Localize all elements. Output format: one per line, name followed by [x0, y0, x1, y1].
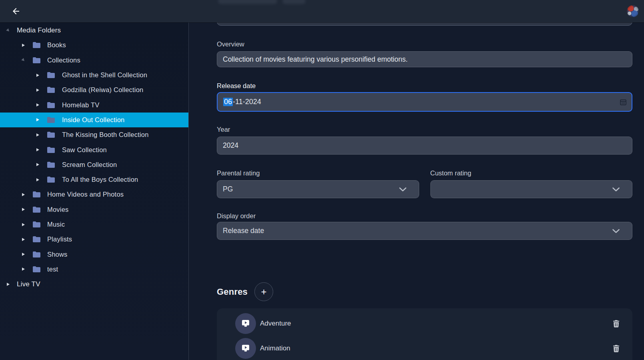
genres-list: Adventure Animation — [217, 308, 632, 360]
sidebar-item-homelab-tv[interactable]: Homelab TV — [0, 97, 188, 112]
parental-rating-field: Parental rating PG — [217, 169, 419, 198]
expand-arrow-icon[interactable] — [20, 267, 26, 271]
genre-avatar — [235, 338, 256, 359]
folder-icon — [47, 72, 55, 78]
parental-rating-select[interactable]: PG — [217, 180, 419, 198]
date-selected-segment: 06 — [223, 98, 233, 106]
sidebar-item-live-tv[interactable]: Live TV — [0, 277, 188, 292]
sidebar-item-label: To All the Boys Collection — [62, 176, 138, 183]
folder-icon — [33, 207, 40, 213]
expand-arrow-icon[interactable] — [35, 178, 40, 181]
trash-icon — [613, 345, 620, 352]
overview-value: Collection of movies featuring various p… — [223, 55, 408, 64]
sidebar-item-label: Collections — [47, 56, 80, 64]
sidebar-item-label: Media Folders — [17, 26, 61, 34]
genre-label: Adventure — [260, 320, 291, 328]
sidebar-item-label: Scream Collection — [62, 161, 117, 169]
expand-arrow-icon[interactable] — [20, 208, 26, 211]
expand-arrow-icon[interactable] — [5, 283, 11, 286]
user-avatar[interactable] — [627, 5, 639, 17]
sidebar-item-label: test — [47, 265, 58, 273]
video-display-icon — [240, 344, 251, 353]
folder-icon — [47, 177, 55, 183]
expand-arrow-icon[interactable] — [35, 103, 40, 107]
top-app-bar — [0, 0, 644, 22]
sidebar-item-books[interactable]: Books — [0, 38, 188, 52]
add-genre-button[interactable]: + — [254, 282, 273, 301]
genre-item: Adventure — [235, 313, 620, 334]
sidebar-item-shows[interactable]: Shows — [0, 247, 188, 261]
sidebar-item-label: Playlists — [47, 235, 72, 243]
delete-genre-button[interactable] — [612, 344, 620, 353]
expand-arrow-icon[interactable] — [20, 253, 26, 256]
sidebar-item-label: Music — [47, 221, 65, 228]
sidebar-item-label: Saw Collection — [62, 146, 107, 154]
year-label: Year — [217, 126, 632, 133]
sidebar-item-media-folders[interactable]: Media Folders — [0, 23, 188, 38]
sidebar-item-saw-collection[interactable]: Saw Collection — [0, 142, 188, 157]
sidebar-item-music[interactable]: Music — [0, 217, 188, 232]
folder-icon — [33, 251, 40, 257]
delete-genre-button[interactable] — [612, 319, 620, 328]
back-button[interactable] — [10, 5, 22, 18]
overview-input[interactable]: Collection of movies featuring various p… — [217, 51, 632, 67]
sidebar-item-label: Movies — [47, 206, 68, 213]
display-order-select[interactable]: Release date — [217, 222, 632, 240]
folder-icon — [33, 221, 40, 227]
expand-arrow-icon[interactable] — [35, 163, 40, 166]
date-rest: -11-2024 — [233, 98, 261, 106]
sidebar-item-label: Live TV — [17, 280, 40, 288]
expand-arrow-icon[interactable] — [35, 118, 40, 121]
expand-arrow-icon[interactable] — [35, 74, 40, 77]
sidebar-item-label: Home Videos and Photos — [47, 191, 124, 198]
calendar-icon[interactable] — [620, 99, 627, 106]
release-date-label: Release date — [217, 82, 632, 90]
sidebar-item-scream-collection[interactable]: Scream Collection — [0, 157, 188, 172]
sidebar-item-label: The Kissing Booth Collection — [62, 131, 149, 139]
sidebar-item-label: Godzilla (Reiwa) Collection — [62, 86, 143, 94]
genres-heading: Genres — [217, 287, 248, 297]
metadata-editor-form: Overview Collection of movies featuring … — [189, 22, 644, 360]
parental-rating-value: PG — [223, 185, 233, 193]
folder-icon — [47, 132, 55, 138]
sidebar-item-test[interactable]: test — [0, 262, 188, 277]
folder-icon — [47, 162, 55, 168]
sidebar-item-inside-out-collection[interactable]: Inside Out Collection — [0, 113, 188, 127]
expand-arrow-icon[interactable] — [20, 58, 26, 62]
expand-arrow-icon[interactable] — [5, 29, 11, 32]
expand-arrow-icon[interactable] — [20, 238, 26, 241]
sidebar-item-to-all-the-boys-collection[interactable]: To All the Boys Collection — [0, 172, 188, 187]
expand-arrow-icon[interactable] — [35, 148, 40, 151]
custom-rating-select[interactable] — [430, 180, 633, 198]
folder-icon — [47, 87, 55, 93]
trash-icon — [613, 320, 620, 328]
folder-icon — [47, 102, 55, 108]
sidebar-item-movies[interactable]: Movies — [0, 202, 188, 217]
folder-icon — [33, 236, 40, 242]
expand-arrow-icon[interactable] — [35, 88, 40, 92]
year-value: 2024 — [223, 141, 238, 150]
sidebar-item-collections[interactable]: Collections — [0, 53, 188, 68]
sidebar-item-playlists[interactable]: Playlists — [0, 232, 188, 247]
expand-arrow-icon[interactable] — [20, 223, 26, 226]
sidebar-item-label: Inside Out Collection — [62, 116, 124, 124]
obscured-content-blur — [282, 0, 306, 4]
sidebar-item-label: Ghost in the Shell Collection — [62, 71, 147, 79]
sidebar-item-godzilla-reiwa-collection[interactable]: Godzilla (Reiwa) Collection — [0, 82, 188, 97]
sidebar-item-label: Shows — [47, 251, 68, 258]
year-input[interactable]: 2024 — [217, 137, 632, 155]
custom-rating-field: Custom rating — [430, 169, 633, 198]
sidebar-item-ghost-in-the-shell-collection[interactable]: Ghost in the Shell Collection — [0, 68, 188, 82]
folder-icon — [47, 117, 55, 123]
sidebar-item-label: Books — [47, 41, 66, 49]
expand-arrow-icon[interactable] — [20, 44, 26, 47]
folder-icon — [33, 266, 40, 272]
expand-arrow-icon[interactable] — [20, 193, 26, 196]
sidebar-item-home-videos-and-photos[interactable]: Home Videos and Photos — [0, 187, 188, 202]
release-date-input[interactable]: 06-11-2024 — [217, 92, 632, 112]
sidebar-item-the-kissing-booth-collection[interactable]: The Kissing Booth Collection — [0, 127, 188, 142]
overview-label: Overview — [217, 40, 632, 48]
folder-icon — [47, 147, 55, 153]
expand-arrow-icon[interactable] — [35, 133, 40, 137]
genre-item: Animation — [235, 338, 620, 359]
